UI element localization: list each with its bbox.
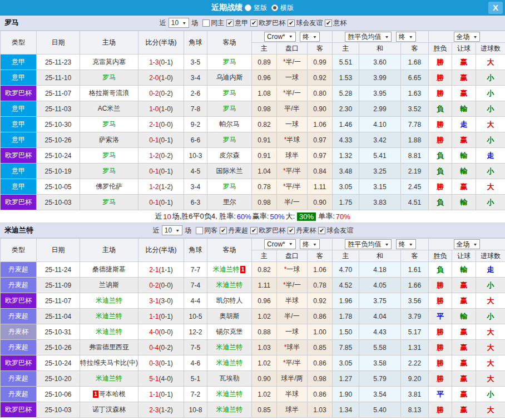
filter-欧罗巴杯[interactable]: ✔欧罗巴杯 (250, 226, 285, 235)
checkbox-checked[interactable]: ✔ (250, 227, 258, 234)
match-count-select[interactable]: 10▼ (162, 225, 182, 235)
result-winloss: 勝 (429, 355, 452, 371)
final-select[interactable]: 终▼ (396, 239, 416, 249)
final-select[interactable]: 终▼ (396, 32, 416, 42)
home-team: 桑德捷斯基 (80, 262, 138, 278)
filter-同主[interactable]: 同主 (202, 18, 224, 28)
avg-draw: 3.15 (359, 179, 401, 195)
horizontal-radio[interactable] (271, 4, 278, 11)
avg-home: 1.78 (333, 309, 359, 324)
type-badge: 欧罗巴杯 (1, 293, 37, 309)
matches-table: 类型 日期 主场 比分(半场) 角球 客场 Crow*▼ 终▼ 胜平负均值▼ 终… (0, 238, 505, 418)
section-roma: 罗马 近 10▼ 场 同主✔意甲✔欧罗巴杯✔球会友谊✔意杯 类型 日期 主场 比… (0, 16, 505, 223)
avg-home: 1.53 (333, 70, 359, 86)
type-badge: 意甲 (1, 132, 37, 148)
corners-score: 9-2 (184, 117, 207, 132)
checkbox-checked[interactable]: ✔ (288, 19, 295, 27)
avg-draw: 4.04 (359, 309, 401, 324)
filter-label: 欧罗巴杯 (259, 226, 285, 235)
result-winloss: 勝 (429, 324, 452, 340)
fulltime-select[interactable]: 全场▼ (454, 32, 481, 42)
checkbox-checked[interactable]: ✔ (250, 19, 258, 27)
handicap: *球半 (277, 340, 308, 355)
away-team: 锡尔克堡 (207, 324, 252, 340)
games-label: 场 (185, 226, 191, 235)
odds-away: 0.78 (308, 278, 333, 293)
away-team: 国际米兰 (207, 164, 252, 179)
filter-球会友谊[interactable]: ✔球会友谊 (318, 226, 353, 235)
handicap: *一球 (277, 262, 308, 278)
col-avg-home: 主 (333, 43, 359, 55)
summary-part: 50% (270, 213, 284, 221)
section-midtjylland: 米迪兰特 近 10▼ 场 同客✔丹麦超✔欧罗巴杯✔丹麦杯✔球会友谊 类型 日期 … (0, 223, 505, 418)
away-team: 米迪兰特1 (207, 262, 252, 278)
match-row: 欧罗巴杯25-10-03罗马0-1(0-1)6-3里尔0.98半/一0.901.… (1, 195, 505, 210)
checkbox-checked[interactable]: ✔ (318, 227, 325, 234)
rank-badge: 1 (240, 266, 246, 273)
home-team: 克雷莫内塞 (80, 55, 138, 70)
odds-group-header: Crow*▼ 终▼ (252, 239, 333, 250)
crow-select[interactable]: Crow*▼ (264, 239, 296, 249)
checkbox-checked[interactable]: ✔ (226, 19, 234, 27)
checkbox-checked[interactable]: ✔ (325, 19, 332, 27)
away-team: 罗马 (207, 55, 252, 70)
corners-score: 7-2 (184, 387, 207, 402)
avg-home: 4.52 (333, 278, 359, 293)
fulltime-select[interactable]: 全场▼ (454, 239, 481, 249)
horizontal-radio-label[interactable]: 横版 (280, 3, 294, 13)
match-score: 4-0(0-0) (138, 324, 184, 340)
avg-select[interactable]: 胜平负均值▼ (345, 239, 392, 249)
result-goals: 大 (476, 179, 505, 195)
match-score: 0-3(0-1) (138, 355, 184, 371)
result-goals: 大 (476, 55, 505, 70)
vertical-radio-label[interactable]: 竖版 (254, 3, 267, 13)
checkbox-checked[interactable]: ✔ (220, 227, 227, 234)
checkbox-unchecked[interactable] (202, 19, 210, 27)
corners-score: 4-4 (184, 293, 207, 309)
corners-score: 6-3 (184, 195, 207, 210)
filter-意甲[interactable]: ✔意甲 (226, 18, 248, 28)
close-icon[interactable]: X (488, 2, 503, 14)
away-team: 米迪兰特 (207, 402, 252, 418)
chevron-down-icon: ▼ (409, 34, 413, 39)
fulltime-group-header: 全场▼ (429, 31, 505, 43)
col-result: 胜负 (429, 250, 452, 262)
col-avg-away: 客 (401, 43, 429, 55)
near-label: 近 (160, 18, 166, 28)
filter-丹麦杯[interactable]: ✔丹麦杯 (288, 226, 316, 235)
chevron-down-icon: ▼ (289, 34, 293, 39)
filter-丹麦超[interactable]: ✔丹麦超 (220, 226, 248, 235)
final-select[interactable]: 终▼ (300, 32, 320, 42)
filter-欧罗巴杯[interactable]: ✔欧罗巴杯 (250, 18, 285, 28)
checkbox-checked[interactable]: ✔ (288, 227, 295, 234)
games-label: 场 (191, 18, 198, 28)
match-count-select[interactable]: 10▼ (169, 18, 189, 28)
avg-select[interactable]: 胜平负均值▼ (345, 32, 392, 42)
match-date: 25-10-24 (37, 148, 80, 164)
filter-意杯[interactable]: ✔意杯 (325, 18, 346, 28)
checkbox-unchecked[interactable] (196, 227, 203, 234)
col-avg-draw: 和 (359, 43, 401, 55)
odds-away: 0.92 (308, 293, 333, 309)
col-handicap: 盘口 (277, 250, 308, 262)
filter-同客[interactable]: 同客 (196, 226, 217, 235)
odds-home: 1.03 (252, 340, 277, 355)
filter-label: 欧罗巴杯 (259, 18, 285, 28)
final-select[interactable]: 终▼ (300, 239, 320, 249)
filter-球会友谊[interactable]: ✔球会友谊 (288, 18, 323, 28)
handicap: 球半/两 (277, 371, 308, 387)
corners-score: 7-8 (184, 101, 207, 117)
filter-controls: 近 10▼ 场 同客✔丹麦超✔欧罗巴杯✔丹麦杯✔球会友谊 (152, 225, 353, 235)
vertical-radio[interactable] (245, 4, 251, 11)
col-odds-away: 客 (308, 250, 333, 262)
avg-home: 3.05 (333, 355, 359, 371)
odds-away: 1.06 (308, 262, 333, 278)
corners-score: 10-3 (184, 148, 207, 164)
type-badge: 意甲 (1, 179, 37, 195)
odds-home: 0.98 (252, 101, 277, 117)
result-winloss: 負 (429, 164, 452, 179)
crow-select[interactable]: Crow*▼ (264, 32, 296, 42)
avg-away: 7.78 (401, 117, 429, 132)
match-row: 意甲25-11-23克雷莫内塞1-3(0-1)3-5罗马0.89*半/一0.99… (1, 55, 505, 70)
col-result: 胜负 (429, 43, 452, 55)
